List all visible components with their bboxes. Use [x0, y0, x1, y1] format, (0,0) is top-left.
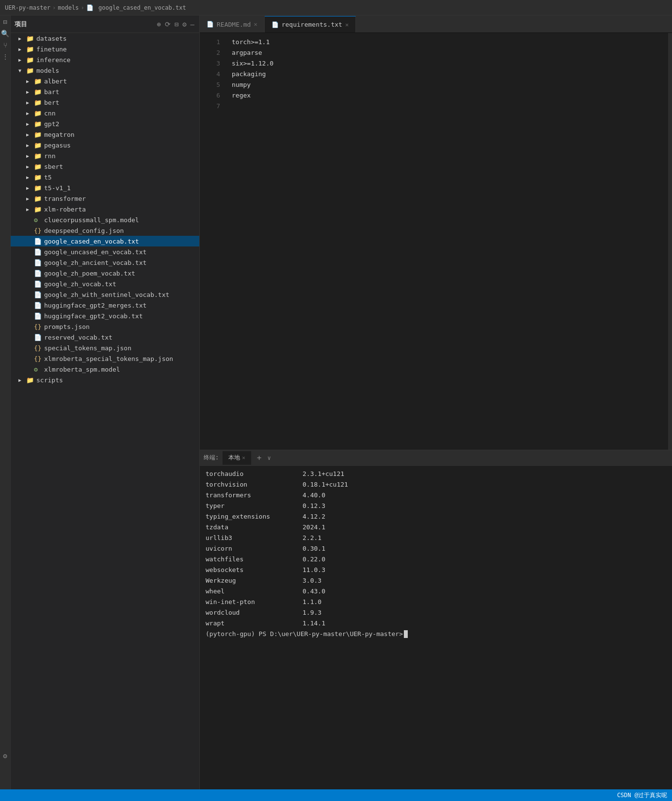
- code-line-6: regex: [232, 90, 660, 101]
- editor-content: 1234567 torch>=1.1argparsesix>=1.12.0pac…: [200, 33, 672, 450]
- tree-item-xlm-roberta[interactable]: ▶📁xlm-roberta: [11, 204, 199, 214]
- folder-arrow-icon: ▶: [26, 207, 34, 212]
- tree-item-label: datasets: [36, 35, 67, 42]
- pkg-name: torchaudio: [206, 469, 303, 479]
- tab-requirements[interactable]: 📄 requirements.txt ✕: [265, 16, 356, 33]
- tab-readme[interactable]: 📄 README.md ✕: [200, 16, 265, 33]
- terminal-label: 终端:: [204, 454, 219, 462]
- status-csdn: CSDN @过于真实呢: [617, 791, 667, 800]
- tree-item-pegasus[interactable]: ▶📁pegasus: [11, 140, 199, 150]
- folder-arrow-icon: ▶: [26, 164, 34, 169]
- file-type-icon: 📄: [34, 270, 43, 277]
- pkg-name: transformers: [206, 490, 303, 501]
- tree-item-t5[interactable]: ▶📁t5: [11, 172, 199, 182]
- tree-item-xlmroberta_spm.model[interactable]: ⚙xlmroberta_spm.model: [11, 364, 199, 375]
- terminal-close-icon[interactable]: ✕: [242, 455, 245, 461]
- tree-item-label: reserved_vocab.txt: [44, 334, 112, 341]
- tree-item-sbert[interactable]: ▶📁sbert: [11, 161, 199, 172]
- tree-item-label: cnn: [44, 110, 55, 117]
- tree-item-google_zh_ancient_vocab.txt[interactable]: 📄google_zh_ancient_vocab.txt: [11, 257, 199, 268]
- refresh-icon[interactable]: ⟳: [164, 19, 172, 29]
- tree-item-transformer[interactable]: ▶📁transformer: [11, 193, 199, 204]
- files-icon[interactable]: ⊟: [1, 17, 10, 26]
- terminal-tab-local[interactable]: 本地 ✕: [223, 451, 251, 465]
- new-file-icon[interactable]: ⊕: [156, 19, 161, 29]
- tree-item-google_cased_en_vocab.txt[interactable]: 📄google_cased_en_vocab.txt: [11, 236, 199, 246]
- terminal-add-button[interactable]: +: [255, 453, 264, 462]
- editor-area: 📄 README.md ✕ 📄 requirements.txt ✕ 12345…: [200, 16, 672, 789]
- pkg-name: urllib3: [206, 533, 303, 543]
- tree-item-label: inference: [36, 56, 70, 64]
- tree-item-special_tokens_map.json[interactable]: {}special_tokens_map.json: [11, 343, 199, 353]
- tree-item-xlmroberta_special_tokens_map.json[interactable]: {}xlmroberta_special_tokens_map.json: [11, 353, 199, 364]
- folder-arrow-icon: ▶: [26, 185, 34, 191]
- folder-icon: 📁: [34, 120, 43, 128]
- folder-arrow-icon: ▶: [26, 111, 34, 116]
- folder-arrow-icon: ▶: [26, 153, 34, 159]
- line-number-1: 1: [200, 37, 220, 48]
- tree-item-models[interactable]: ▼📁models: [11, 65, 199, 76]
- collapse-icon[interactable]: ⊟: [174, 19, 179, 29]
- tree-item-cluecorpussmall_spm.model[interactable]: ⚙cluecorpussmall_spm.model: [11, 214, 199, 225]
- tree-item-inference[interactable]: ▶📁inference: [11, 54, 199, 65]
- extensions-icon[interactable]: ⋮: [1, 52, 10, 61]
- tree-item-scripts[interactable]: ▶📁scripts: [11, 375, 199, 385]
- tree-item-bart[interactable]: ▶📁bart: [11, 86, 199, 97]
- tree-item-label: prompts.json: [44, 323, 90, 330]
- tab-close-icon[interactable]: ✕: [254, 21, 257, 28]
- tree-item-label: finetune: [36, 46, 67, 53]
- code-line-2: argparse: [232, 48, 660, 58]
- settings-icon[interactable]: ⚙: [1, 752, 10, 760]
- file-type-icon: 📄: [34, 312, 43, 320]
- code-line-5: numpy: [232, 80, 660, 90]
- folder-icon: 📁: [26, 56, 35, 64]
- source-control-icon[interactable]: ⑂: [1, 41, 10, 49]
- editor-scrollbar[interactable]: [668, 33, 672, 450]
- tree-item-google_uncased_en_vocab.txt[interactable]: 📄google_uncased_en_vocab.txt: [11, 246, 199, 257]
- minimize-icon[interactable]: —: [190, 19, 195, 29]
- folder-arrow-icon: ▶: [26, 89, 34, 95]
- breadcrumb-mid: models: [58, 4, 79, 11]
- tree-item-finetune[interactable]: ▶📁finetune: [11, 44, 199, 54]
- folder-icon: 📁: [34, 142, 43, 149]
- tree-item-bert[interactable]: ▶📁bert: [11, 97, 199, 108]
- folder-icon: 📁: [34, 195, 43, 202]
- tree-item-datasets[interactable]: ▶📁datasets: [11, 33, 199, 44]
- tabs-bar: 📄 README.md ✕ 📄 requirements.txt ✕: [200, 16, 672, 33]
- tab-close-icon[interactable]: ✕: [345, 21, 349, 28]
- breadcrumb-root: UER-py-master: [5, 4, 50, 11]
- search-icon[interactable]: 🔍: [1, 29, 10, 38]
- line-numbers: 1234567: [200, 33, 224, 450]
- terminal-content[interactable]: torchaudio 2.3.1+cu121 torchvision 0.18.…: [200, 466, 672, 789]
- pkg-name: torchvision: [206, 479, 303, 490]
- tree-item-megatron[interactable]: ▶📁megatron: [11, 129, 199, 140]
- tree-item-gpt2[interactable]: ▶📁gpt2: [11, 118, 199, 129]
- tree-item-cnn[interactable]: ▶📁cnn: [11, 108, 199, 118]
- tree-item-huggingface_gpt2_merges.txt[interactable]: 📄huggingface_gpt2_merges.txt: [11, 300, 199, 311]
- pkg-name: wordcloud: [206, 607, 303, 618]
- terminal-chevron-icon[interactable]: ∨: [268, 455, 271, 461]
- tree-item-rnn[interactable]: ▶📁rnn: [11, 150, 199, 161]
- tree-item-label: google_cased_en_vocab.txt: [44, 238, 139, 245]
- terminal-row: uvicorn 0.30.1: [206, 543, 666, 554]
- tree-item-t5-v1_1[interactable]: ▶📁t5-v1_1: [11, 182, 199, 193]
- tree-item-albert[interactable]: ▶📁albert: [11, 76, 199, 86]
- file-tree: ▶📁datasets▶📁finetune▶📁inference▼📁models▶…: [11, 33, 199, 789]
- code-area[interactable]: torch>=1.1argparsesix>=1.12.0packagingnu…: [224, 33, 668, 450]
- folder-arrow-icon: ▶: [26, 100, 34, 105]
- pkg-name: typing_extensions: [206, 511, 303, 522]
- file-type-icon: 📄: [34, 302, 43, 309]
- tree-item-reserved_vocab.txt[interactable]: 📄reserved_vocab.txt: [11, 332, 199, 343]
- folder-icon: 📁: [26, 35, 35, 42]
- pkg-version: 4.40.0: [303, 490, 325, 501]
- tree-item-google_zh_with_sentinel_vocab.txt[interactable]: 📄google_zh_with_sentinel_vocab.txt: [11, 289, 199, 300]
- terminal-prompt[interactable]: (pytorch-gpu) PS D:\uer\UER-py-master\UE…: [206, 629, 666, 639]
- tree-item-label: special_tokens_map.json: [44, 344, 131, 352]
- file-icon-small: 📄: [86, 4, 94, 11]
- tree-item-deepspeed_config.json[interactable]: {}deepspeed_config.json: [11, 225, 199, 236]
- tree-item-google_zh_vocab.txt[interactable]: 📄google_zh_vocab.txt: [11, 278, 199, 289]
- tree-item-prompts.json[interactable]: {}prompts.json: [11, 321, 199, 332]
- tree-item-huggingface_gpt2_vocab.txt[interactable]: 📄huggingface_gpt2_vocab.txt: [11, 311, 199, 321]
- settings-icon[interactable]: ⚙: [181, 19, 187, 29]
- tree-item-google_zh_poem_vocab.txt[interactable]: 📄google_zh_poem_vocab.txt: [11, 268, 199, 278]
